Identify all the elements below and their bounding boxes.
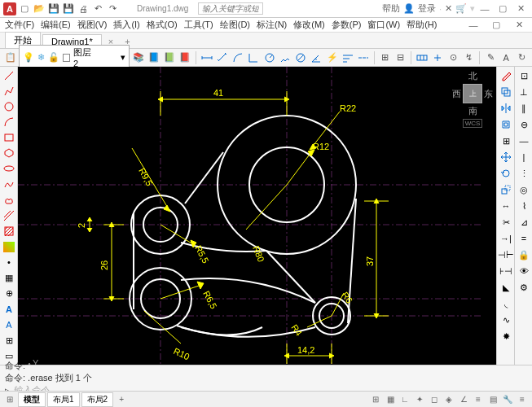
extend-tool[interactable]: →| (499, 231, 513, 246)
constraint-perpendicular[interactable]: ⊥ (517, 85, 531, 99)
view-cube[interactable]: 北 西 上 东 南 WCS (452, 70, 493, 128)
status-transparency[interactable]: ▤ (486, 393, 499, 406)
constraint-tangent[interactable]: ⊖ (517, 117, 531, 132)
tab-layout1[interactable]: 布局1 (47, 392, 80, 407)
close-button[interactable]: ✕ (512, 3, 529, 14)
constraint-vertical[interactable]: | (517, 150, 531, 164)
status-grid[interactable]: ⊞ (369, 393, 382, 406)
search-input[interactable] (198, 2, 263, 15)
doc-restore[interactable]: ▢ (488, 20, 504, 30)
menu-view[interactable]: 视图(V) (77, 19, 108, 31)
constraint-auto[interactable]: ⚙ (517, 280, 531, 295)
layer-tool-2[interactable]: 📘 (147, 50, 160, 65)
block-tool[interactable]: ▦ (2, 271, 16, 285)
rectangle-tool[interactable] (2, 131, 16, 145)
constraint-symmetric[interactable]: ⊿ (517, 215, 531, 230)
wcs-label[interactable]: WCS (463, 119, 483, 128)
text-tool[interactable]: A (2, 302, 16, 316)
dim-text-edit-icon[interactable]: A (499, 50, 513, 65)
new-icon[interactable]: ▢ (18, 2, 31, 15)
layer-tool-1[interactable]: 📚 (131, 50, 145, 65)
dim-continue-icon[interactable] (357, 50, 371, 65)
menu-file[interactable]: 文件(F) (5, 19, 34, 31)
arc-tool[interactable] (2, 115, 16, 129)
status-otrack[interactable]: ∠ (457, 393, 470, 406)
cart-icon[interactable]: 🛒 (455, 3, 467, 14)
insert-tool[interactable]: ⊕ (2, 287, 16, 300)
rotate-tool[interactable] (499, 166, 513, 181)
layer-tool-3[interactable]: 📗 (163, 50, 177, 65)
table-tool[interactable]: ⊞ (2, 334, 16, 348)
status-ortho[interactable]: ∟ (398, 393, 411, 406)
constraint-horizontal[interactable]: — (517, 133, 531, 148)
menu-window[interactable]: 窗口(W) (367, 19, 400, 31)
constraint-fix[interactable]: 🔒 (517, 247, 531, 262)
erase-tool[interactable] (499, 68, 513, 83)
maximize-button[interactable]: ▢ (495, 3, 511, 14)
tab-layout2[interactable]: 布局2 (81, 392, 114, 407)
constraint-concentric[interactable]: ◎ (517, 182, 531, 197)
constraint-smooth[interactable]: ⌇ (517, 199, 531, 213)
menu-insert[interactable]: 插入(I) (113, 19, 139, 31)
chamfer-tool[interactable]: ◣ (499, 280, 513, 295)
menu-edit[interactable]: 编辑(E) (41, 19, 71, 31)
polyline-tool[interactable] (2, 84, 16, 98)
point-tool[interactable]: • (2, 256, 16, 269)
revcloud-tool[interactable] (2, 193, 16, 207)
stretch-tool[interactable]: ↔ (499, 199, 513, 213)
doc-minimize[interactable]: — (465, 20, 481, 30)
help-link[interactable]: 帮助 (382, 2, 400, 15)
menu-format[interactable]: 格式(O) (147, 19, 178, 31)
join-tool[interactable]: ⊦⊣ (499, 264, 513, 278)
tab-add-layout[interactable]: + (115, 393, 128, 406)
status-lw[interactable]: ≡ (472, 393, 485, 406)
scale-tool[interactable] (499, 182, 513, 197)
constraint-equal[interactable]: = (517, 231, 531, 246)
status-qp[interactable]: 🔧 (501, 393, 514, 406)
cube-top[interactable]: 上 (463, 84, 482, 103)
mtext-tool[interactable]: A (2, 317, 16, 331)
login-link[interactable]: 登录 (418, 2, 436, 15)
command-line[interactable]: 命令: 命令: .erase 找到 1 个 ▹ 输入命令 (0, 365, 532, 391)
mirror-tool[interactable] (499, 101, 513, 116)
doc-close[interactable]: ✕ (511, 20, 527, 30)
menu-help[interactable]: 帮助(H) (407, 19, 437, 31)
dim-arc-icon[interactable] (231, 50, 245, 65)
status-3dosnap[interactable]: ◈ (442, 393, 455, 406)
drawing-canvas[interactable]: 41 R22 R12 R9,5 2 26 R5,5 R6,5 R80 R10 1… (18, 67, 496, 365)
dim-break-icon[interactable]: ⊟ (394, 50, 407, 65)
compass-n[interactable]: 北 (452, 70, 493, 82)
dim-space-icon[interactable]: ⊞ (378, 50, 392, 65)
compass-e[interactable]: 东 (484, 88, 493, 100)
dim-quick-icon[interactable]: ⚡ (325, 50, 339, 65)
menu-tools[interactable]: 工具(T) (184, 19, 213, 31)
dim-radius-icon[interactable] (262, 50, 276, 65)
offset-tool[interactable] (499, 117, 513, 132)
fillet-tool[interactable]: ◟ (499, 296, 513, 311)
status-menu[interactable]: ≡ (516, 393, 529, 406)
menu-modify[interactable]: 修改(M) (293, 19, 325, 31)
menu-parametric[interactable]: 参数(P) (332, 19, 362, 31)
layer-tool-4[interactable]: 📕 (178, 50, 192, 65)
compass-w[interactable]: 西 (452, 88, 461, 100)
circle-tool[interactable] (2, 99, 16, 113)
trim-tool[interactable]: ✂ (499, 215, 513, 230)
explode-tool[interactable]: ✸ (499, 329, 513, 344)
blend-tool[interactable]: ∿ (499, 313, 513, 327)
minimize-button[interactable]: — (477, 4, 493, 14)
saveas-icon[interactable]: 💾 (62, 2, 75, 15)
layer-props-icon[interactable]: 📋 (3, 50, 17, 65)
save-icon[interactable]: 💾 (47, 2, 60, 15)
undo-icon[interactable]: ↶ (91, 2, 104, 15)
dim-edit-icon[interactable]: ✎ (483, 50, 497, 65)
center-mark-icon[interactable] (431, 50, 445, 65)
dim-baseline-icon[interactable] (341, 50, 354, 65)
exchange-icon[interactable]: ✕ (445, 3, 452, 14)
open-icon[interactable]: 📂 (33, 2, 46, 15)
constraint-parallel[interactable]: ∥ (517, 101, 531, 116)
compass-s[interactable]: 南 (452, 105, 493, 117)
constraint-show[interactable]: 👁 (517, 264, 531, 278)
copy-tool[interactable] (499, 85, 513, 99)
array-tool[interactable]: ⊞ (499, 133, 513, 148)
layout-grid-icon[interactable]: ⊞ (3, 393, 16, 406)
